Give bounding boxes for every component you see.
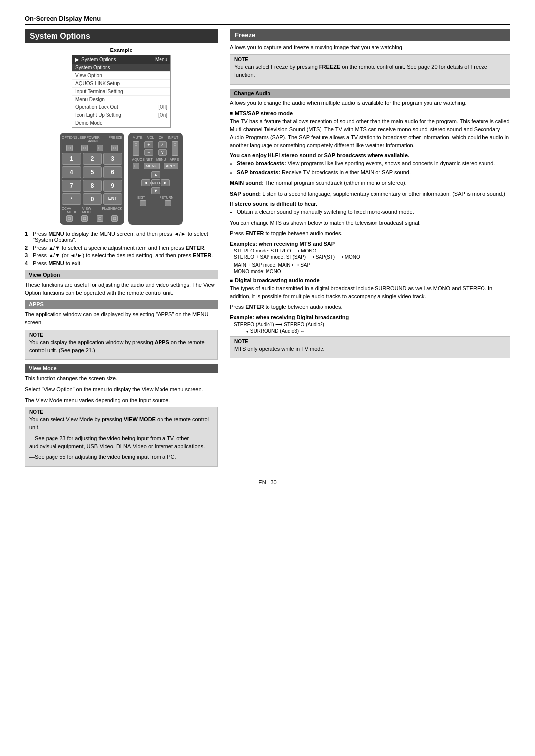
view-mode-note3: —See page 55 for adjusting the video bei…: [29, 454, 214, 461]
system-options-title: System Options: [25, 29, 218, 43]
btn-7[interactable]: 7: [62, 180, 81, 192]
press-enter-text: Press ENTER to toggle between audio mode…: [230, 230, 510, 238]
vol-down[interactable]: −: [144, 149, 153, 156]
remote-top-row: OPTION SLEEP POWER SAVING FREEZE: [62, 136, 122, 143]
ch-down[interactable]: ∨: [158, 149, 167, 156]
btn-4[interactable]: 4: [62, 166, 81, 178]
remote-numpad: OPTION SLEEP POWER SAVING FREEZE □ □ □ □…: [60, 133, 124, 225]
enter-center[interactable]: ENTER: [151, 179, 160, 186]
vol-label: VOL: [147, 136, 154, 139]
view-option-header: View Option: [25, 270, 218, 279]
note-title: NOTE: [29, 332, 214, 338]
menu-item-input-terminal: Input Terminal Setting: [72, 88, 170, 96]
stereo-sap-example: STEREO + SAP mode: ST(SAP) ⟶ SAP(ST) ⟶ M…: [234, 254, 510, 260]
btn-8[interactable]: 8: [83, 180, 102, 192]
btn-ent[interactable]: ENT: [103, 193, 122, 205]
btn-2[interactable]: 2: [83, 153, 102, 165]
apps-note-box: NOTE You can display the application win…: [25, 330, 218, 360]
mute-key[interactable]: □: [133, 141, 139, 156]
press-enter-text2: Press ENTER to toggle between audio mode…: [230, 303, 510, 311]
cc-key[interactable]: □: [66, 215, 73, 222]
dpad-left[interactable]: ◄: [141, 179, 150, 186]
option-key[interactable]: □: [66, 145, 73, 151]
sap-broadcasts-item: SAP broadcasts: Receive TV broadcasts in…: [237, 169, 510, 176]
operation-lock-label: Operation Lock Out: [75, 104, 118, 110]
mute-label: MUTE: [133, 136, 143, 139]
view-mode-key[interactable]: □: [97, 215, 103, 222]
freeze-btn: FREEZE: [108, 136, 122, 143]
aquos-net-key[interactable]: □: [133, 163, 139, 169]
power-saving-key[interactable]: □: [97, 145, 103, 151]
av-mode-label: AV MODE: [67, 207, 82, 214]
step-4: 4 Press MENU to exit.: [25, 260, 218, 266]
menu-key[interactable]: MENU: [144, 163, 160, 169]
input-key[interactable]: □: [172, 141, 178, 156]
icon-light-label: Icon Light Up Setting: [75, 112, 121, 118]
sleep-btn: SLEEP: [75, 136, 87, 143]
sap-sound-text: SAP sound: Listen to a second language, …: [230, 190, 510, 198]
aquos-net-label: AQUOS NET: [132, 158, 153, 161]
freeze-header: Freeze: [230, 29, 510, 41]
menu-header-system: System Options: [81, 57, 116, 62]
input-label: INPUT: [168, 136, 178, 139]
view-mode-text3: The View Mode menu varies depending on t…: [25, 397, 218, 404]
vol-up[interactable]: +: [144, 141, 153, 148]
dpad-right[interactable]: ►: [161, 179, 170, 186]
stereo-mode-example: STEREO mode: STEREO ⟶ MONO: [234, 248, 510, 253]
right-column: Freeze Allows you to capture and freeze …: [230, 29, 510, 469]
dpad-up[interactable]: ▲: [151, 171, 160, 178]
digital-text: The types of audio transmitted in a digi…: [230, 285, 510, 301]
btn-0[interactable]: 0: [83, 193, 102, 205]
menu-icon: ▶: [75, 57, 79, 62]
main-sound-text: MAIN sound: The normal program soundtrac…: [230, 179, 510, 187]
view-mode-text2: Select "View Option" on the menu to disp…: [25, 386, 218, 394]
btn-9[interactable]: 9: [103, 180, 122, 192]
example-digital-heading: Example: when receiving Digital broadcas…: [230, 314, 510, 320]
example-label: Example: [25, 47, 218, 53]
freeze-note-box: NOTE You can select Freeze by pressing F…: [230, 54, 510, 85]
flashback-key[interactable]: □: [111, 215, 118, 222]
menu-item-aquos-link: AQUOS LINK Setup: [72, 80, 170, 88]
menu-label: Menu: [155, 57, 167, 62]
freeze-key[interactable]: □: [111, 145, 118, 151]
view-mode-header: View Mode: [25, 364, 218, 373]
btn-1[interactable]: 1: [62, 153, 81, 165]
menu-title: ▶ System Options: [75, 57, 116, 62]
power-saving-btn: POWER SAVING: [86, 136, 108, 143]
mono-mode-example: MONO mode: MONO: [234, 269, 510, 274]
return-label: RETURN: [160, 196, 174, 199]
menu-item-demo-mode: Demo Mode: [72, 119, 170, 127]
steps-list: 1 Press MENU to display the MENU screen,…: [25, 231, 218, 266]
apps-key[interactable]: APPS: [164, 163, 178, 169]
return-key[interactable]: □: [165, 200, 171, 206]
dpad-down[interactable]: ▼: [151, 187, 160, 194]
exit-key[interactable]: □: [140, 200, 146, 206]
mts-sap-header: MTS/SAP stereo mode: [230, 110, 510, 116]
btn-6[interactable]: 6: [103, 166, 122, 178]
remote-area: OPTION SLEEP POWER SAVING FREEZE □ □ □ □…: [25, 133, 218, 225]
difficult-item: Obtain a clearer sound by manually switc…: [237, 208, 510, 216]
difficult-list: Obtain a clearer sound by manually switc…: [237, 208, 510, 216]
apps-label: APPS: [170, 158, 179, 161]
btn-5[interactable]: 5: [83, 166, 102, 178]
av-mode-key[interactable]: □: [81, 215, 88, 222]
menu-bold-1: MENU: [48, 231, 64, 237]
btn-dot[interactable]: •: [62, 193, 81, 205]
view-mode-note-box: NOTE You can select View Mode by pressin…: [25, 407, 218, 467]
remote-nav: MUTE VOL CH INPUT □ + − ∧ ∨ □: [128, 133, 183, 225]
main-sound-label: MAIN sound:: [230, 180, 264, 186]
on-screen-display-header: On-Screen Display Menu: [25, 15, 510, 25]
operation-lock-value: [Off]: [158, 104, 167, 110]
view-mode-label: VIEW MODE: [82, 207, 102, 214]
change-audio-text: Allows you to change the audio when mult…: [230, 100, 510, 107]
mts-sap-text: The TV has a feature that allows recepti…: [230, 118, 510, 150]
apps-text: The application window can be displayed …: [25, 311, 218, 327]
sap-broadcasts-label: SAP broadcasts:: [237, 169, 280, 175]
ch-up[interactable]: ∧: [158, 141, 167, 148]
freeze-note: You can select Freeze by pressing FREEZE…: [234, 63, 506, 79]
step-2: 2 Press ▲/▼ to select a specific adjustm…: [25, 245, 218, 251]
sleep-key[interactable]: □: [81, 145, 88, 151]
apps-header: APPS: [25, 300, 218, 309]
btn-3[interactable]: 3: [103, 153, 122, 165]
view-mode-note1: You can select View Mode by pressing VIE…: [29, 416, 214, 432]
